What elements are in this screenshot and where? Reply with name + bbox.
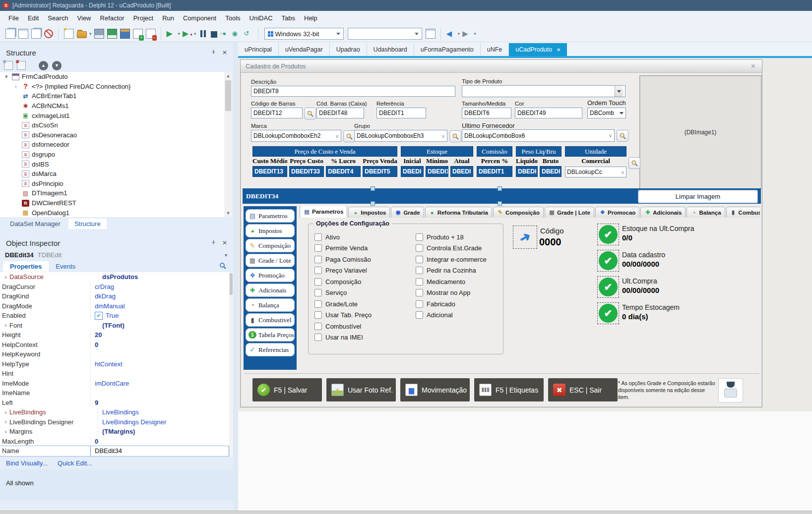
property-value[interactable]: ✔ DBEdit34 — [90, 446, 229, 457]
option-checkbox[interactable]: Adicional — [416, 311, 487, 319]
option-checkbox[interactable]: Combustível — [314, 322, 372, 330]
option-checkbox[interactable]: Integrar e-commerce — [416, 255, 487, 263]
checkbox-icon[interactable]: ✔ — [95, 312, 103, 320]
property-value[interactable]: ✔ 0 — [90, 340, 229, 350]
side-section-button[interactable]: ◔ Balança — [246, 298, 295, 312]
disable-insight-icon[interactable] — [44, 29, 53, 38]
menu-item[interactable]: Component — [179, 13, 221, 24]
property-row[interactable]: › DragKind ✔ dkDrag — [0, 291, 229, 301]
property-row[interactable]: › Enabled ✔ True — [0, 311, 229, 321]
action-button[interactable]: ‖‖‖ F5 | Etiquetas — [474, 378, 544, 401]
page-tab[interactable]: ◕ Impostos — [348, 207, 390, 218]
product-image-panel[interactable]: (DBImage1) — [639, 75, 761, 189]
run-debug-chevron[interactable]: ▾ — [194, 31, 196, 36]
option-checkbox[interactable]: Produto + 18 — [416, 233, 487, 241]
property-value[interactable]: ✔ — [90, 388, 229, 398]
property-row[interactable]: › Font ✔ (TFont) — [0, 321, 229, 331]
copy-icon[interactable] — [5, 29, 15, 39]
checkbox-icon[interactable] — [314, 256, 322, 263]
checkbox-icon[interactable] — [314, 323, 322, 330]
property-row[interactable]: › DragCursor ✔ crDrag — [0, 282, 229, 292]
property-value[interactable]: ✔ crDrag — [90, 282, 229, 292]
codigo-barras-field[interactable]: DBEDIT12 — [251, 108, 303, 118]
expand-caret-icon[interactable]: › — [2, 322, 9, 329]
checkbox-icon[interactable] — [314, 300, 322, 308]
tree-item[interactable]: ≣ dsPrincipio — [0, 179, 224, 189]
checkbox-icon[interactable] — [314, 334, 322, 341]
selection-handle[interactable] — [498, 201, 502, 206]
cascade-windows-icon[interactable] — [18, 29, 28, 39]
page-tab[interactable]: ✚ Adicionais — [640, 207, 686, 218]
option-checkbox[interactable]: Pedir na Cozinha — [416, 267, 487, 275]
checkbox-icon[interactable] — [416, 267, 423, 274]
side-section-button[interactable]: ✓ Referencias — [246, 343, 295, 356]
price-column-field[interactable]: DBEDIT13 — [252, 166, 287, 177]
price-column-field[interactable]: DBEDI — [540, 166, 562, 177]
tree-item[interactable]: ▤ OpenDialog1 — [0, 208, 224, 217]
expand-caret-icon[interactable]: › — [2, 274, 9, 281]
side-section-button[interactable]: $ Tabela Preços — [246, 328, 295, 342]
option-checkbox[interactable]: Medicamento — [416, 278, 487, 286]
marca-combo[interactable]: DBLookupComboboxEh2∨ — [251, 130, 341, 142]
expand-caret-icon[interactable]: › — [2, 428, 9, 435]
option-checkbox[interactable]: Grade/Lote — [314, 300, 372, 308]
price-column-field[interactable]: DBEDI — [401, 166, 424, 177]
check-circle-icon[interactable]: ✔ — [597, 224, 619, 245]
expand-caret-icon[interactable]: › — [2, 409, 9, 416]
menu-item[interactable]: Project — [129, 13, 158, 24]
menu-item[interactable]: Search — [43, 13, 72, 24]
descricao-field[interactable]: DBEDIT8 — [251, 86, 455, 97]
tree-item[interactable]: ≣ dsgrupo — [0, 150, 224, 160]
tree-item[interactable]: ⇄ ACBrEnterTab1 — [0, 91, 224, 101]
property-row[interactable]: › LiveBindings ✔ LiveBindings — [0, 407, 229, 417]
selected-dbedit[interactable]: DBEDIT34 — [243, 192, 278, 200]
bind-visually-link[interactable]: Bind Visually... — [6, 459, 48, 467]
delete-item-icon[interactable] — [17, 61, 26, 70]
save-icon[interactable] — [94, 29, 104, 39]
cor-field[interactable]: DBEDIT49 — [515, 108, 582, 118]
navigate-forward-icon[interactable]: ▶ — [462, 29, 471, 38]
option-checkbox[interactable]: Fabricado — [416, 300, 487, 308]
checkbox-icon[interactable] — [416, 278, 423, 286]
checkbox-icon[interactable] — [314, 278, 322, 286]
codigo-arrow-icon[interactable]: ➜ — [513, 226, 537, 249]
codigo-barras-search-icon[interactable] — [304, 108, 316, 119]
property-value[interactable]: ✔ 0 — [90, 437, 229, 447]
menu-item[interactable]: Tools — [221, 13, 245, 24]
tree-item[interactable]: ≣ dsDesoneracao — [0, 130, 224, 140]
editor-tab[interactable]: Udashboard ✕ — [367, 43, 414, 56]
page-tab[interactable]: ▮ Combustível — [726, 207, 760, 218]
checkbox-icon[interactable] — [314, 244, 322, 252]
expand-caret-icon[interactable]: › — [2, 418, 9, 425]
option-checkbox[interactable]: Usar na IMEI — [314, 334, 372, 342]
editor-tab[interactable]: Upadrao ✕ — [330, 43, 367, 56]
property-value[interactable]: ✔ imDontCare — [90, 379, 229, 389]
open-file-chevron[interactable]: ▾ — [89, 31, 92, 36]
tree-item[interactable]: ▾ FrmCadProduto — [0, 72, 224, 82]
side-section-button[interactable]: ▮ Combustivel — [246, 313, 295, 327]
new-item-icon[interactable] — [4, 61, 13, 70]
open-file-icon[interactable] — [77, 31, 87, 38]
tree-caret[interactable]: ▾ — [5, 73, 12, 80]
price-column-field[interactable]: DBEDI1 — [426, 166, 448, 177]
menu-item[interactable]: Help — [300, 13, 322, 24]
option-checkbox[interactable]: Permite Venda — [314, 244, 372, 252]
action-button[interactable]: ▆ Movimentação — [400, 378, 470, 401]
checkbox-icon[interactable] — [314, 233, 322, 241]
object-selector[interactable]: DBEdit34 TDBEdit ▾ — [0, 249, 233, 260]
option-checkbox[interactable]: Usar Tab. Preço — [314, 311, 372, 319]
option-checkbox[interactable]: Composição — [314, 278, 372, 286]
property-value[interactable]: ✔ (TFont) — [98, 321, 229, 331]
menu-item[interactable]: View — [73, 13, 96, 24]
property-row[interactable]: › Left ✔ 9 — [0, 398, 229, 408]
editor-tab[interactable]: uCadProduto ✕ — [509, 43, 567, 56]
property-value[interactable]: ✔ LiveBindings — [98, 407, 229, 417]
remove-file-icon[interactable] — [146, 29, 156, 39]
quick-edit-link[interactable]: Quick Edit... — [58, 459, 92, 467]
tree-item[interactable]: › ? <?> {Implied FireDAC Connection} — [0, 82, 224, 92]
action-button[interactable]: ☀ Usar Foto Ref. — [326, 378, 396, 401]
referencia-field[interactable]: DBEDIT1 — [376, 108, 426, 118]
property-value[interactable]: ✔ dsProdutos — [98, 272, 229, 282]
option-checkbox[interactable]: Mostrar no App — [416, 289, 487, 297]
fornecedor-search-icon[interactable] — [617, 130, 628, 142]
